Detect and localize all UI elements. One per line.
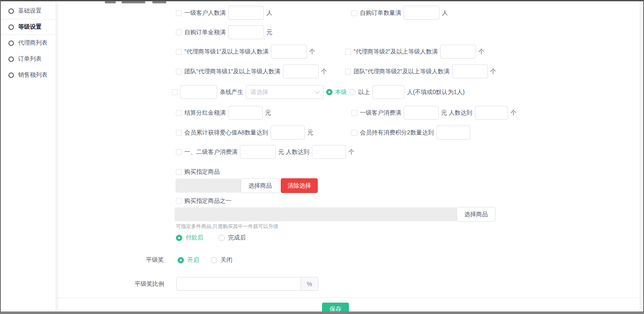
sidebar: 基础设置 等级设置 代理商列表 订单列表 销售额列表 (1, 1, 56, 311)
scrollbar-track[interactable] (640, 1, 643, 311)
radio-peer-award-off[interactable] (211, 257, 217, 263)
row-product-picker-one-of: 选择商品 (175, 207, 495, 221)
checkbox[interactable] (176, 130, 182, 136)
field-label: 结算分红金额满 (184, 109, 226, 117)
sidebar-item-label: 等级设置 (18, 23, 42, 31)
unit-suffix: 人 (266, 9, 272, 17)
radio-label: 开启 (187, 256, 199, 264)
unit-suffix: 元 人数达到 (441, 109, 472, 117)
checkbox[interactable] (176, 69, 182, 75)
radio-label: 完成后 (228, 234, 246, 242)
checkbox[interactable] (351, 130, 357, 136)
checkbox[interactable] (176, 149, 182, 155)
circle-icon (8, 8, 14, 14)
agent-level2-count-input[interactable] (440, 45, 476, 59)
row-agent-level2-count: "代理商等级2"及以上等级人数满 个 (345, 45, 484, 59)
consume-points-input[interactable] (436, 126, 470, 140)
row-buy-product: 购买指定商品 (176, 168, 220, 176)
footer-divider (56, 298, 640, 298)
unit-suffix: 元 (265, 109, 271, 117)
dividend-amount-input[interactable] (228, 106, 263, 120)
checkbox[interactable] (176, 110, 182, 116)
radio-above-level[interactable] (349, 89, 356, 95)
lines-count-input[interactable] (180, 85, 217, 99)
field-label: 自购订单金额满 (184, 29, 226, 36)
checkbox[interactable] (176, 10, 182, 16)
unit-suffix: 元 (266, 29, 272, 36)
lines-people-input[interactable] (373, 85, 404, 99)
peer-award-ratio-input[interactable] (176, 277, 301, 291)
checkbox[interactable] (351, 110, 357, 116)
row-hint: 可指定多件商品,只需购买其中一件就可以升级 (176, 222, 278, 231)
radio-peer-award-on[interactable] (178, 257, 184, 263)
sidebar-item-order-list[interactable]: 订单列表 (1, 51, 56, 67)
level1-consume-amount-input[interactable] (404, 106, 439, 120)
row-level1-consume: 一级客户消费满 元 人数达到 个 (351, 106, 516, 120)
field-label: 条线产生 (220, 89, 243, 96)
field-label: 购买指定商品之一 (184, 197, 232, 205)
unit-suffix: 个 (309, 48, 315, 56)
clipped-text-fragment (105, 1, 116, 3)
radio-after-payment[interactable] (176, 235, 182, 241)
checkbox[interactable] (176, 198, 182, 204)
level12-consume-people-input[interactable] (312, 145, 346, 159)
self-order-amount-input[interactable] (228, 25, 264, 39)
radio-label: 关闭 (221, 256, 232, 264)
circle-icon (8, 40, 14, 46)
selected-products-display (175, 207, 457, 221)
select-product-button[interactable]: 选择商品 (241, 178, 279, 193)
row-love-value: 会员累计获得爱心值A8数量达到 元 (176, 126, 313, 140)
field-label: 平级奖比例 (135, 280, 164, 288)
field-label: 购买指定商品 (184, 168, 220, 176)
checkbox[interactable] (172, 89, 178, 95)
level12-consume-amount-input[interactable] (240, 145, 276, 159)
level1-customer-count-input[interactable] (228, 6, 264, 20)
row-self-order-count: 自购订单数量满 人 (351, 6, 448, 20)
sidebar-item-label: 订单列表 (18, 55, 42, 63)
sidebar-item-sales-list[interactable]: 销售额列表 (1, 67, 56, 83)
radio-label: 以上 (358, 89, 370, 96)
checkbox[interactable] (351, 10, 357, 16)
row-agent-level1-count: "代理商等级1"及以上等级人数满 个 (176, 45, 315, 59)
sidebar-item-level-settings[interactable]: 等级设置 (1, 19, 56, 35)
agent-level1-count-input[interactable] (271, 45, 307, 59)
row-team-level1-count: 团队"代理商等级1"及以上等级人数满 个 (176, 64, 327, 78)
level1-consume-people-input[interactable] (475, 106, 508, 120)
selected-product-display (176, 179, 241, 193)
row-dividend-amount: 结算分红金额满 元 (176, 106, 271, 120)
love-value-input[interactable] (271, 126, 305, 140)
level-select[interactable]: 请选择 (246, 85, 324, 99)
checkbox[interactable] (176, 30, 182, 35)
save-button[interactable]: 保存 (322, 303, 349, 314)
field-label: 自购订单数量满 (360, 9, 401, 17)
sidebar-item-label: 代理商列表 (18, 39, 48, 47)
sidebar-item-basic-settings[interactable]: 基础设置 (1, 3, 56, 19)
circle-icon (8, 72, 14, 78)
unit-suffix: 个 (479, 48, 484, 56)
row-peer-award: 平级奖 开启 关闭 (146, 256, 232, 264)
app-window: 基础设置 等级设置 代理商列表 订单列表 销售额列表 一级客户人数满 人 自购订… (0, 0, 644, 314)
unit-suffix: 个 (321, 68, 327, 75)
team-level1-count-input[interactable] (283, 64, 319, 78)
clear-selection-button[interactable]: 清除选择 (281, 178, 318, 193)
field-label: "代理商等级2"及以上等级人数满 (354, 48, 438, 56)
checkbox[interactable] (176, 169, 182, 175)
team-level2-count-input[interactable] (452, 64, 488, 78)
circle-icon (8, 24, 14, 30)
row-lines-produce: 条线产生 请选择 本级 以上 人(不填或0默认为1人) (172, 85, 465, 99)
radio-current-level[interactable] (326, 89, 333, 95)
checkbox[interactable] (345, 69, 351, 75)
circle-icon (8, 56, 14, 62)
radio-after-completion[interactable] (218, 235, 225, 241)
clipped-text-fragment (152, 1, 166, 3)
row-buy-one-of: 购买指定商品之一 (176, 197, 232, 205)
select-product-one-of-button[interactable]: 选择商品 (457, 207, 495, 222)
checkbox[interactable] (176, 49, 182, 55)
unit-suffix: 人(不填或0默认为1人) (407, 89, 465, 96)
sidebar-item-label: 基础设置 (18, 7, 42, 15)
row-product-picker: 选择商品 清除选择 (176, 179, 318, 193)
self-order-count-input[interactable] (404, 6, 439, 20)
row-self-order-amount: 自购订单金额满 元 (176, 25, 272, 39)
sidebar-item-agent-list[interactable]: 代理商列表 (1, 35, 56, 51)
checkbox[interactable] (345, 49, 351, 55)
